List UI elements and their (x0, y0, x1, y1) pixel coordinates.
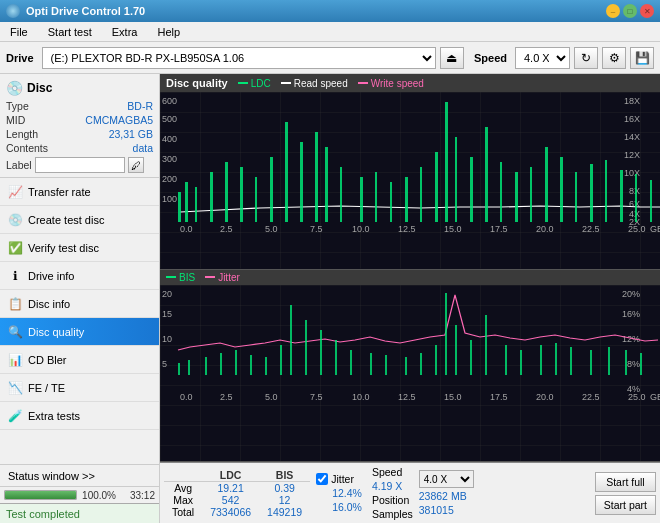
disc-panel: 💿 Disc Type BD-R MID CMCMAGBA5 Length 23… (0, 74, 159, 178)
menu-extra[interactable]: Extra (106, 24, 144, 40)
settings-button[interactable]: ⚙ (602, 47, 626, 69)
sidebar-item-fe-te[interactable]: 📉 FE / TE (0, 374, 159, 402)
svg-rect-100 (640, 353, 642, 375)
disc-length-label: Length (6, 128, 38, 140)
disc-type-label: Type (6, 100, 29, 112)
legend-jitter-label: Jitter (218, 272, 240, 283)
minimize-button[interactable]: – (606, 4, 620, 18)
svg-rect-33 (435, 152, 438, 222)
avg-bis: 0.39 (259, 481, 310, 494)
sidebar-item-fe-te-label: FE / TE (28, 382, 65, 394)
legend-bis: BIS (166, 272, 195, 283)
svg-rect-39 (515, 172, 518, 222)
pos-samples-section: 4.0 X 23862 MB 381015 (419, 470, 474, 516)
sidebar-item-transfer-rate[interactable]: 📈 Transfer rate (0, 178, 159, 206)
disc-contents-row: Contents data (6, 142, 153, 154)
svg-rect-81 (335, 340, 337, 375)
svg-rect-16 (185, 182, 188, 222)
disc-mid-label: MID (6, 114, 25, 126)
svg-text:20.0: 20.0 (536, 392, 554, 402)
svg-rect-36 (470, 157, 473, 222)
legend-ldc: LDC (238, 78, 271, 89)
menu-help[interactable]: Help (151, 24, 186, 40)
progress-time: 33:12 (120, 490, 155, 501)
speed-select-stats[interactable]: 4.0 X (419, 470, 474, 488)
sidebar-item-drive-info[interactable]: ℹ Drive info (0, 262, 159, 290)
progress-bar-inner (5, 491, 76, 499)
sidebar-item-extra-tests[interactable]: 🧪 Extra tests (0, 402, 159, 430)
completed-label: Test completed (6, 508, 80, 520)
eject-button[interactable]: ⏏ (440, 47, 464, 69)
svg-text:20: 20 (162, 289, 172, 299)
disc-length-value: 23,31 GB (109, 128, 153, 140)
sidebar-item-disc-info-label: Disc info (28, 298, 70, 310)
stats-table: LDC BIS Avg 19.21 0.39 Max 542 12 (164, 469, 310, 518)
svg-text:12.5: 12.5 (398, 392, 416, 402)
status-window-button[interactable]: Status window >> (0, 465, 159, 487)
stats-avg-row: Avg 19.21 0.39 (164, 481, 310, 494)
svg-text:20.0: 20.0 (536, 224, 554, 234)
svg-text:200: 200 (162, 174, 177, 184)
disc-label-input[interactable] (35, 157, 125, 173)
sidebar-item-verify-test-disc[interactable]: ✅ Verify test disc (0, 234, 159, 262)
sidebar-item-disc-quality[interactable]: 🔍 Disc quality (0, 318, 159, 346)
svg-text:16%: 16% (622, 309, 640, 319)
svg-rect-35 (455, 137, 457, 222)
max-bis: 12 (259, 494, 310, 506)
nav-items: 📈 Transfer rate 💿 Create test disc ✅ Ver… (0, 178, 159, 464)
svg-rect-17 (195, 187, 197, 222)
menu-bar: File Start test Extra Help (0, 22, 660, 42)
toolbar: Drive (E:) PLEXTOR BD-R PX-LB950SA 1.06 … (0, 42, 660, 74)
sidebar-item-disc-info[interactable]: 📋 Disc info (0, 290, 159, 318)
svg-rect-76 (265, 357, 267, 375)
svg-text:0.0: 0.0 (180, 224, 193, 234)
refresh-button[interactable]: ↻ (574, 47, 598, 69)
svg-text:25.0: 25.0 (628, 224, 646, 234)
close-button[interactable]: ✕ (640, 4, 654, 18)
menu-file[interactable]: File (4, 24, 34, 40)
legend-read-speed: Read speed (281, 78, 348, 89)
speed-select[interactable]: 4.0 X (515, 47, 570, 69)
disc-contents-value: data (133, 142, 153, 154)
svg-text:7.5: 7.5 (310, 392, 323, 402)
svg-rect-15 (178, 192, 181, 222)
jitter-checkbox[interactable] (316, 473, 328, 485)
disc-label-btn[interactable]: 🖊 (128, 157, 144, 173)
disc-length-row: Length 23,31 GB (6, 128, 153, 140)
sidebar-item-verify-test-disc-label: Verify test disc (28, 242, 99, 254)
stats-panel: LDC BIS Avg 19.21 0.39 Max 542 12 (160, 462, 660, 523)
svg-text:300: 300 (162, 154, 177, 164)
svg-rect-84 (385, 355, 387, 375)
drive-select[interactable]: (E:) PLEXTOR BD-R PX-LB950SA 1.06 (42, 47, 436, 69)
jitter-section: Jitter 12.4% 16.0% (316, 473, 362, 513)
svg-text:8%: 8% (627, 359, 640, 369)
chart2-header: BIS Jitter (160, 270, 660, 285)
disc-header: 💿 Disc (6, 80, 153, 96)
extra-tests-icon: 🧪 (8, 409, 22, 423)
svg-text:17.5: 17.5 (490, 224, 508, 234)
sidebar-item-create-test-disc[interactable]: 💿 Create test disc (0, 206, 159, 234)
svg-rect-19 (225, 162, 228, 222)
col-header-ldc: LDC (202, 469, 259, 482)
progress-percent: 100.0% (81, 490, 116, 501)
svg-text:2.5: 2.5 (220, 224, 233, 234)
svg-text:GB: GB (650, 392, 660, 402)
speed-section: Speed 4.19 X Position Samples (372, 466, 413, 520)
samples-row: Samples (372, 508, 413, 520)
start-full-button[interactable]: Start full (595, 472, 656, 492)
start-part-button[interactable]: Start part (595, 495, 656, 515)
save-button[interactable]: 💾 (630, 47, 654, 69)
sidebar-item-cd-bler[interactable]: 📊 CD Bler (0, 346, 159, 374)
svg-text:12.5: 12.5 (398, 224, 416, 234)
legend-write-speed-label: Write speed (371, 78, 424, 89)
svg-text:5.0: 5.0 (265, 392, 278, 402)
verify-test-disc-icon: ✅ (8, 241, 22, 255)
svg-rect-79 (305, 320, 307, 375)
menu-start-test[interactable]: Start test (42, 24, 98, 40)
position-value: 23862 MB (419, 490, 474, 502)
maximize-button[interactable]: □ (623, 4, 637, 18)
sidebar-item-transfer-rate-label: Transfer rate (28, 186, 91, 198)
svg-text:400: 400 (162, 134, 177, 144)
svg-text:GB: GB (650, 224, 660, 234)
svg-text:15.0: 15.0 (444, 224, 462, 234)
